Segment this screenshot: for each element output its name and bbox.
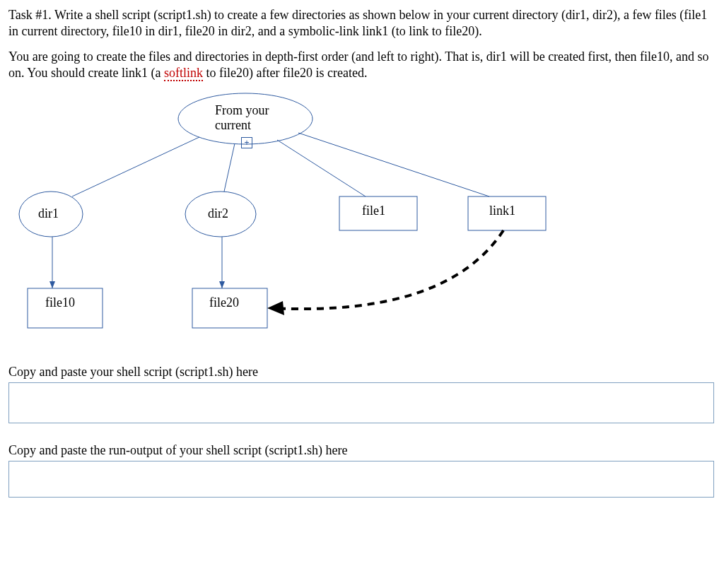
script-answer-box[interactable]: [8, 382, 714, 423]
root-node: From your current +: [215, 103, 279, 149]
script-prompt: Copy and paste your shell script (script…: [8, 365, 716, 380]
svg-line-10: [298, 133, 489, 196]
dir2-node: dir2: [208, 206, 228, 221]
root-line1: From your: [215, 103, 279, 118]
svg-marker-12: [49, 281, 55, 288]
output-prompt: Copy and paste the run-output of your sh…: [8, 443, 716, 458]
svg-line-8: [224, 143, 235, 192]
root-line2: current: [215, 118, 279, 133]
file20-node: file20: [209, 295, 239, 310]
svg-line-7: [72, 137, 199, 196]
task-p2-post: to file20) after file20 is created.: [203, 66, 367, 80]
link1-node: link1: [489, 204, 515, 218]
svg-line-9: [277, 140, 366, 196]
task-paragraph-1: Task #1. Write a shell script (script1.s…: [8, 7, 716, 39]
task-paragraph-2: You are going to create the files and di…: [8, 49, 716, 81]
softlink-word: softlink: [164, 66, 203, 81]
output-answer-box[interactable]: [8, 461, 714, 498]
file1-node: file1: [362, 204, 385, 218]
file10-node: file10: [45, 295, 75, 310]
dir1-node: dir1: [38, 206, 59, 221]
directory-tree-diagram: From your current + dir1 dir2 file1 link…: [8, 90, 716, 359]
svg-marker-14: [219, 281, 225, 288]
expand-icon[interactable]: +: [241, 137, 252, 148]
svg-marker-15: [267, 301, 284, 315]
